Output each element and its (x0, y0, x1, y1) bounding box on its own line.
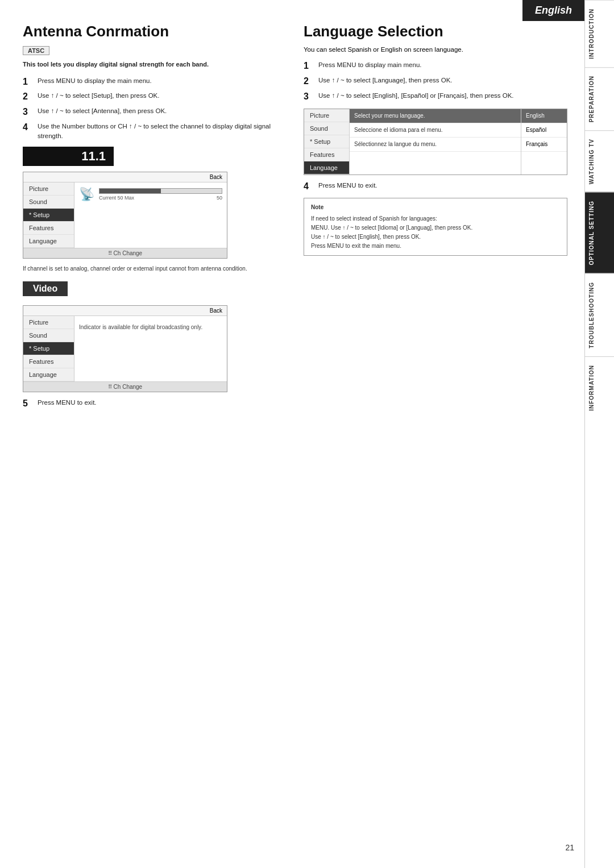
language-title: Language Selection (304, 23, 567, 40)
antenna-section: Antenna Conrmation ATSC This tool lets y… (23, 23, 287, 413)
language-steps: 1 Press MENU to display main menu. 2 Use… (304, 60, 567, 102)
lang-menu-setup: * Setup (304, 135, 349, 148)
antenna-step-5: 5 Press MENU to exit. (23, 398, 287, 410)
right-sidebar: INTRODUCTION PREPARATION WATCHING TV OPT… (584, 0, 614, 868)
note-line-2: Use ↑ / ~ to select [English], then pres… (311, 232, 560, 242)
lang-step-num-3: 3 (304, 91, 315, 103)
step-text-4: Use the Number buttons or CH ↑ / ~ to se… (38, 122, 287, 142)
lang-step-num-2: 2 (304, 76, 315, 88)
lang-menu-sound: Sound (304, 122, 349, 135)
sidebar-tab-preparation: PREPARATION (585, 67, 614, 130)
lang-option-french-label: Sélectionnez la langue du menu. (350, 138, 521, 152)
back-label-1: Back (210, 174, 222, 180)
note-title: Note (311, 203, 560, 212)
menu-footer-1: ⠿ Ch Change (23, 248, 227, 258)
language-intro: You can select Spanish or English on scr… (304, 45, 567, 55)
lang-value-french: Français (521, 138, 567, 152)
progress-fill (99, 189, 161, 193)
step-num-5: 5 (23, 398, 34, 410)
antenna-step-4: 4 Use the Number buttons or CH ↑ / ~ to … (23, 122, 287, 142)
progress-label: Current 50 Max 50 (99, 195, 222, 201)
digital-note: Indicator is available for digital broad… (79, 321, 222, 334)
sidebar-tab-introduction: INTRODUCTION (585, 0, 614, 67)
lang-step-3: 3 Use ↑ / ~ to select [English], [Españo… (304, 91, 567, 103)
menu-item-features-1: Features (23, 222, 74, 235)
lang-option-english-label: Select your menu language. (350, 109, 521, 123)
ch-change-label-2: Ch Change (114, 384, 143, 390)
step-text-5: Press MENU to exit. (38, 398, 287, 408)
lang-menu-body: Picture Sound * Setup Features Language … (304, 109, 567, 175)
menu-item-language-2: Language (23, 368, 74, 381)
menu-item-picture-1: Picture (23, 182, 74, 196)
channel-display: 11.1 (23, 147, 114, 166)
atsc-badge: ATSC (23, 46, 49, 55)
lang-step-text-1: Press MENU to display main menu. (318, 60, 567, 70)
two-col-layout: Antenna Conrmation ATSC This tool lets y… (23, 23, 567, 413)
menu-left-2: Picture Sound * Setup Features Language (23, 316, 74, 381)
antenna-step-3: 3 Use ↑ / ~ to select [Antenna], then pr… (23, 106, 287, 118)
antenna-subtitle: This tool lets you display digital signa… (23, 60, 287, 69)
menu-item-features-2: Features (23, 355, 74, 368)
menu-body-2: Picture Sound * Setup Features Language … (23, 316, 227, 381)
note-line-0: If need to select instead of Spanish for… (311, 214, 560, 223)
lang-menu-right: Select your menu language. Seleccione el… (350, 109, 567, 175)
english-badge: English (522, 0, 584, 21)
step-num-1: 1 (23, 76, 34, 88)
antenna-note-text: If channel is set to analog, channel ord… (23, 264, 287, 273)
note-line-1: MENU. Use ↑ / ~ to select [Idioma] or [L… (311, 223, 560, 232)
main-content: Antenna Conrmation ATSC This tool lets y… (0, 0, 584, 430)
sidebar-tab-information: INFORMATION (585, 356, 614, 419)
sidebar-tab-troubleshooting: TROUBLESHOOTING (585, 273, 614, 356)
lang-step-text-3: Use ↑ / ~ to select [English], [Español]… (318, 91, 567, 101)
antenna-menu-mockup-2: Back Picture Sound * Setup Features Lang… (23, 305, 227, 392)
lang-option-spanish-label: Seleccione el idioma para el menu. (350, 123, 521, 138)
lang-step-num-4: 4 (304, 181, 315, 193)
menu-item-language-1: Language (23, 235, 74, 248)
antenna-icon: 📡 (79, 187, 94, 202)
channel-indicator: 📡 Current 50 Max 50 (79, 187, 222, 202)
antenna-menu-mockup-1: Back Picture Sound * Setup Features Lang… (23, 172, 227, 259)
menu-footer-2: ⠿ Ch Change (23, 381, 227, 392)
language-section: Language Selection You can select Spanis… (304, 23, 567, 413)
lang-col-values: English Español Français (521, 109, 567, 175)
lang-menu-language: Language (304, 161, 349, 175)
menu-right-2: Indicator is available for digital broad… (74, 316, 227, 381)
menu-right-1: 📡 Current 50 Max 50 (74, 182, 227, 248)
step-text-3: Use ↑ / ~ to select [Antenna], then pres… (38, 106, 287, 116)
step-num-4: 4 (23, 122, 34, 134)
video-label: Video (23, 281, 68, 296)
step-text-2: Use ↑ / ~ to select [Setup], then press … (38, 91, 287, 101)
language-note-box: Note If need to select instead of Spanis… (304, 198, 567, 256)
language-menu-mockup: Picture Sound * Setup Features Language … (304, 109, 567, 175)
page-number: 21 (565, 843, 574, 852)
signal-value: 50 (217, 195, 222, 201)
lang-col-options: Select your menu language. Seleccione el… (350, 109, 521, 175)
ch-change-label-1: Ch Change (114, 250, 143, 256)
step-num-2: 2 (23, 91, 34, 103)
lang-menu-picture: Picture (304, 109, 349, 122)
progress-wrap: Current 50 Max 50 (99, 188, 222, 201)
lang-step-text-4: Press MENU to exit. (318, 181, 567, 190)
lang-step-1: 1 Press MENU to display main menu. (304, 60, 567, 72)
menu-header-1: Back (23, 172, 227, 182)
lang-step-text-2: Use ↑ / ~ to select [Language], then pre… (318, 76, 567, 85)
menu-left-1: Picture Sound * Setup Features Language (23, 182, 74, 248)
antenna-step-2: 2 Use ↑ / ~ to select [Setup], then pres… (23, 91, 287, 103)
menu-item-sound-1: Sound (23, 196, 74, 209)
menu-header-2: Back (23, 306, 227, 316)
lang-step-4: 4 Press MENU to exit. (304, 181, 567, 193)
sidebar-tab-optional-setting: OPTIONAL SETTING (585, 192, 614, 273)
lang-step-2: 2 Use ↑ / ~ to select [Language], then p… (304, 76, 567, 88)
antenna-steps: 1 Press MENU to display the main menu. 2… (23, 76, 287, 142)
grid-icon-1: ⠿ (108, 250, 112, 256)
lang-menu-features: Features (304, 148, 349, 161)
lang-value-english: English (521, 109, 567, 123)
step-num-3: 3 (23, 106, 34, 118)
progress-bar (99, 188, 222, 194)
antenna-title: Antenna Conrmation (23, 23, 287, 40)
menu-body-1: Picture Sound * Setup Features Language … (23, 182, 227, 248)
lang-menu-left: Picture Sound * Setup Features Language (304, 109, 350, 175)
signal-label: Current 50 Max (99, 195, 134, 201)
back-label-2: Back (210, 308, 222, 314)
menu-item-picture-2: Picture (23, 316, 74, 329)
